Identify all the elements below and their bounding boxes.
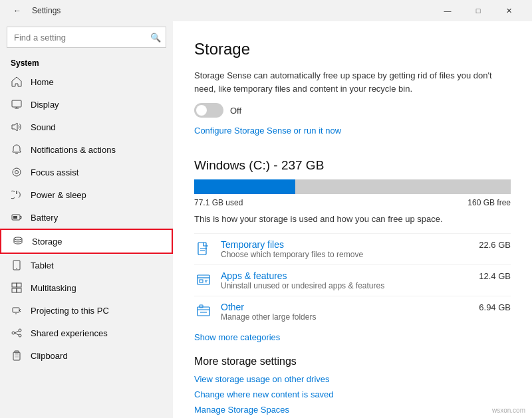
sidebar-item-projecting[interactable]: Projecting to this PC xyxy=(0,299,173,322)
storage-item-apps: Apps & features 12.4 GB Uninstall unused… xyxy=(194,264,511,296)
page-title: Storage xyxy=(194,40,511,58)
watermark: wsxon.com xyxy=(492,407,525,414)
storage-icon xyxy=(12,235,24,247)
main-container: 🔍 System Home Display xyxy=(0,21,532,418)
sidebar-item-power[interactable]: Power & sleep xyxy=(0,183,173,206)
sidebar-item-home[interactable]: Home xyxy=(0,70,173,93)
other-desc: Manage other large folders xyxy=(221,312,511,322)
svg-rect-0 xyxy=(12,100,21,107)
titlebar: ← Settings — □ ✕ xyxy=(0,0,532,21)
sidebar-item-notifications-label: Notifications & actions xyxy=(31,145,116,155)
other-row: Other 6.94 GB xyxy=(221,302,511,312)
svg-line-21 xyxy=(15,333,19,335)
free-label: 160 GB free xyxy=(467,198,511,207)
svg-point-8 xyxy=(14,237,22,240)
notifications-icon xyxy=(11,144,23,156)
sidebar-item-storage-label: Storage xyxy=(32,237,63,247)
toggle-row: Off xyxy=(194,103,511,118)
temp-files-info: Temporary files 22.6 GB Choose which tem… xyxy=(221,239,511,259)
sidebar-item-tablet[interactable]: Tablet xyxy=(0,254,173,276)
configure-link[interactable]: Configure Storage Sense or run it now xyxy=(194,126,341,136)
back-button[interactable]: ← xyxy=(8,1,27,20)
sidebar-item-sound[interactable]: Sound xyxy=(0,116,173,138)
svg-rect-11 xyxy=(12,283,17,287)
content-area: Storage Storage Sense can automatically … xyxy=(173,21,532,418)
storage-description: Storage Sense can automatically free up … xyxy=(194,69,511,95)
storage-bar-labels: 77.1 GB used 160 GB free xyxy=(194,198,511,207)
svg-rect-14 xyxy=(17,288,21,292)
svg-point-17 xyxy=(12,332,15,334)
search-container: 🔍 xyxy=(7,27,166,48)
used-label: 77.1 GB used xyxy=(194,198,243,207)
svg-point-4 xyxy=(13,168,21,176)
display-icon xyxy=(11,98,23,110)
svg-rect-22 xyxy=(13,352,20,360)
apps-size: 12.4 GB xyxy=(479,271,511,281)
storage-item-temp: Temporary files 22.6 GB Choose which tem… xyxy=(194,233,511,264)
shared-icon xyxy=(11,327,23,339)
sidebar-item-focus[interactable]: Focus assist xyxy=(0,161,173,183)
sidebar-item-notifications[interactable]: Notifications & actions xyxy=(0,138,173,161)
svg-rect-15 xyxy=(13,308,19,312)
search-icon: 🔍 xyxy=(150,33,161,43)
drive-section-title: Windows (C:) - 237 GB xyxy=(194,158,511,173)
apps-icon xyxy=(194,270,213,289)
sidebar-item-battery-label: Battery xyxy=(31,213,58,223)
sidebar-item-shared-label: Shared experiences xyxy=(31,328,108,338)
apps-desc: Uninstall unused or undesired apps & fea… xyxy=(221,281,511,290)
temp-files-row: Temporary files 22.6 GB xyxy=(221,239,511,250)
close-button[interactable]: ✕ xyxy=(493,0,524,21)
sidebar: 🔍 System Home Display xyxy=(0,21,173,418)
show-more-link[interactable]: Show more categories xyxy=(194,332,280,342)
minimize-button[interactable]: — xyxy=(432,0,463,21)
storage-item-other: Other 6.94 GB Manage other large folders xyxy=(194,296,511,327)
sidebar-item-focus-label: Focus assist xyxy=(31,167,78,177)
sidebar-item-battery[interactable]: Battery xyxy=(0,206,173,229)
more-settings-link-0[interactable]: View storage usage on other drives xyxy=(194,374,511,384)
sidebar-item-shared[interactable]: Shared experiences xyxy=(0,322,173,344)
sidebar-item-power-label: Power & sleep xyxy=(31,190,86,200)
search-input[interactable] xyxy=(7,27,166,48)
sidebar-item-home-label: Home xyxy=(31,77,54,87)
storage-bar-container xyxy=(194,179,511,194)
other-name[interactable]: Other xyxy=(221,302,244,312)
tablet-icon xyxy=(11,259,23,271)
sidebar-item-display-label: Display xyxy=(31,100,59,110)
maximize-button[interactable]: □ xyxy=(463,0,493,21)
other-size: 6.94 GB xyxy=(479,302,511,312)
sidebar-item-display[interactable]: Display xyxy=(0,93,173,116)
sidebar-section-label: System xyxy=(0,53,173,70)
battery-icon xyxy=(11,211,23,223)
storage-sense-toggle[interactable] xyxy=(194,103,223,118)
svg-line-20 xyxy=(15,331,19,333)
temp-files-name[interactable]: Temporary files xyxy=(221,239,284,250)
storage-note: This is how your storage is used and how… xyxy=(194,214,511,224)
home-icon xyxy=(11,76,23,88)
temp-files-size: 22.6 GB xyxy=(479,240,511,250)
other-info: Other 6.94 GB Manage other large folders xyxy=(221,302,511,322)
more-settings-link-2[interactable]: Manage Storage Spaces xyxy=(194,405,511,415)
temp-files-icon xyxy=(194,239,213,258)
sidebar-item-multitasking[interactable]: Multitasking xyxy=(0,276,173,299)
toggle-label: Off xyxy=(230,106,241,116)
multitasking-icon xyxy=(11,282,23,294)
storage-bar-used xyxy=(194,179,295,194)
sidebar-item-projecting-label: Projecting to this PC xyxy=(31,306,109,316)
other-icon xyxy=(194,302,213,320)
svg-marker-3 xyxy=(12,123,17,131)
sound-icon xyxy=(11,121,23,133)
svg-rect-34 xyxy=(198,307,209,316)
sidebar-item-tablet-label: Tablet xyxy=(31,261,54,270)
apps-name[interactable]: Apps & features xyxy=(221,270,287,281)
svg-point-5 xyxy=(15,171,19,174)
sidebar-item-clipboard-label: Clipboard xyxy=(31,351,68,361)
titlebar-controls: — □ ✕ xyxy=(432,0,524,21)
sidebar-item-storage[interactable]: Storage xyxy=(0,229,173,254)
svg-rect-13 xyxy=(12,288,17,292)
temp-files-desc: Choose which temporary files to remove xyxy=(221,250,511,259)
sidebar-item-clipboard[interactable]: Clipboard xyxy=(0,344,173,367)
svg-rect-31 xyxy=(200,280,203,282)
apps-row: Apps & features 12.4 GB xyxy=(221,270,511,281)
focus-icon xyxy=(11,166,23,178)
more-settings-link-1[interactable]: Change where new content is saved xyxy=(194,389,511,399)
